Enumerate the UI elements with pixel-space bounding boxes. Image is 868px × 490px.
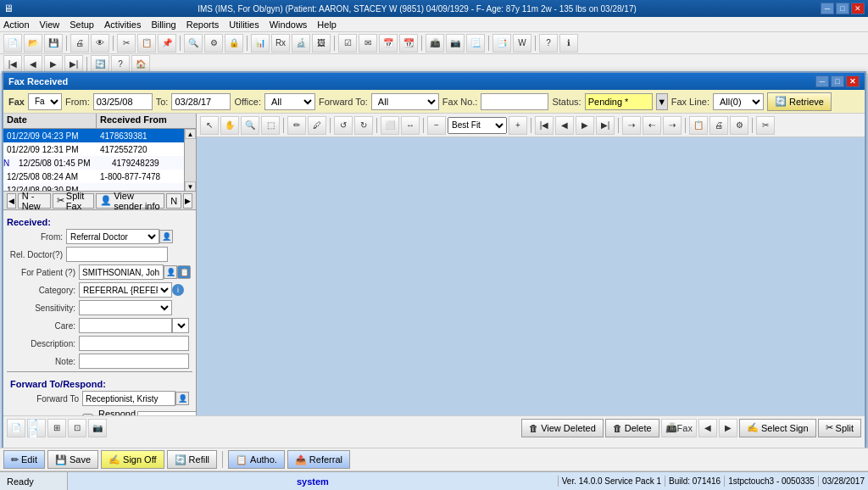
fb-multi-btn[interactable]: 📄📄 [27, 419, 46, 437]
category-info-btn[interactable]: i [172, 284, 184, 296]
care-input[interactable] [79, 318, 172, 333]
maximize-button[interactable]: □ [836, 3, 849, 14]
tb-msg-btn[interactable]: ✉ [359, 34, 377, 53]
viewer-nav3-btn[interactable]: ⇢ [663, 116, 682, 135]
fb-scan-btn[interactable]: 📷 [88, 419, 107, 437]
view-sender-button[interactable]: 👤 View sender info [96, 193, 164, 209]
list-prev-btn[interactable]: ◀ [7, 193, 16, 209]
note-input[interactable] [79, 354, 189, 369]
list-next-btn[interactable]: ▶ [183, 193, 192, 209]
tb-appt-btn[interactable]: 📆 [399, 34, 418, 53]
forward-to-lookup-btn[interactable]: 👤 [175, 392, 189, 405]
fax-row[interactable]: N 12/25/08 01:45 PM 4179248239 [3, 156, 184, 170]
tb-lab-btn[interactable]: 🔬 [292, 34, 310, 53]
nav-next2-btn[interactable]: ▶ [719, 419, 737, 437]
tb-filter-btn[interactable]: ⚙ [204, 34, 223, 53]
split-fax-button[interactable]: ✂ Split Fax [53, 193, 94, 209]
forward-to-select[interactable]: All [371, 93, 439, 110]
menu-reports[interactable]: Reports [186, 19, 220, 30]
from-lookup-btn[interactable]: 👤 [159, 230, 173, 243]
tb-fax-btn[interactable]: 📠 [426, 34, 444, 53]
scroll-down-btn[interactable]: ▼ [185, 181, 196, 192]
rel-doctor-input[interactable] [66, 247, 168, 262]
viewer-select-btn[interactable]: ↖ [200, 116, 219, 135]
status-dropdown-icon[interactable]: ▼ [656, 93, 668, 110]
tb-info-btn[interactable]: ℹ [559, 34, 578, 53]
flag-n-button[interactable]: N [166, 193, 181, 209]
from-select[interactable]: Referral Doctor [66, 229, 159, 244]
autho-button[interactable]: 📋 Autho. [228, 450, 285, 469]
menu-billing[interactable]: Billing [151, 19, 175, 30]
office-select[interactable]: All [264, 93, 315, 110]
menu-action[interactable]: Action [3, 19, 30, 30]
viewer-zoom-area-btn[interactable]: ⬚ [261, 116, 280, 135]
close-button[interactable]: ✕ [851, 3, 865, 14]
tb-cal-btn[interactable]: 📅 [379, 34, 398, 53]
new-fax-button[interactable]: N - New [18, 193, 51, 209]
to-date-input[interactable] [171, 93, 231, 110]
viewer-props-btn[interactable]: ⚙ [730, 116, 748, 135]
tb-find-btn[interactable]: 🔍 [184, 34, 203, 53]
viewer-fit-page-btn[interactable]: ⬜ [381, 116, 399, 135]
tb-lock-btn[interactable]: 🔒 [225, 34, 243, 53]
tb-preview-btn[interactable]: 👁 [91, 34, 109, 53]
minimize-button[interactable]: ─ [821, 3, 834, 14]
split-button[interactable]: ✂ Split [818, 419, 861, 437]
viewer-rotate-left-btn[interactable]: ↺ [334, 116, 353, 135]
tb-copy-btn[interactable]: 📋 [137, 34, 156, 53]
fb-page-btn[interactable]: 📄 [7, 419, 25, 437]
tb-doc-btn[interactable]: 📃 [466, 34, 485, 53]
menu-activities[interactable]: Activities [104, 19, 141, 30]
viewer-fit-width-btn[interactable]: ↔ [401, 116, 420, 135]
tb-rx-btn[interactable]: Rx [271, 34, 290, 53]
tb-save-btn[interactable]: 💾 [44, 34, 63, 53]
patient-info-btn[interactable]: 📋 [177, 265, 191, 279]
fax-row[interactable]: 01/22/09 04:23 PM 4178639381 [3, 129, 184, 142]
viewer-rotate-right-btn[interactable]: ↻ [354, 116, 373, 135]
refill-button[interactable]: 🔄 Refill [167, 450, 217, 469]
list-scrollbar[interactable]: ▲ ▼ [184, 129, 196, 192]
nav-prev2-btn[interactable]: ◀ [698, 419, 717, 437]
edit-button[interactable]: ✏ Edit [3, 450, 45, 469]
tb-report-btn[interactable]: 📑 [492, 34, 511, 53]
viewer-first-page-btn[interactable]: |◀ [535, 116, 554, 135]
forward-to-input[interactable] [82, 391, 175, 406]
viewer-last-page-btn[interactable]: ▶| [596, 116, 615, 135]
viewer-highlight-btn[interactable]: 🖊 [308, 116, 326, 135]
viewer-next-page-btn[interactable]: ▶ [576, 116, 594, 135]
category-select[interactable]: REFERRAL {REFERRALS} [79, 282, 172, 298]
scroll-up-btn[interactable]: ▲ [185, 129, 196, 139]
viewer-zoom-out-btn[interactable]: − [427, 116, 446, 135]
viewer-zoom-btn[interactable]: 🔍 [241, 116, 259, 135]
save-button[interactable]: 💾 Save [47, 450, 98, 469]
menu-utilities[interactable]: Utilities [229, 19, 259, 30]
tb-chart-btn[interactable]: 📊 [251, 34, 270, 53]
tb-task-btn[interactable]: ☑ [338, 34, 357, 53]
view-deleted-button[interactable]: 🗑 View Deleted [521, 419, 604, 437]
for-patient-input[interactable] [79, 264, 164, 280]
tb-new-btn[interactable]: 📄 [3, 34, 22, 53]
fax-line-select[interactable]: All(0) [713, 93, 764, 110]
delete-button[interactable]: 🗑 Delete [605, 419, 659, 437]
fax-send-btn[interactable]: 📠 Fax [661, 419, 697, 437]
tb-img-btn[interactable]: 🖼 [312, 34, 331, 53]
fax-row[interactable]: 12/25/08 08:24 AM 1-800-877-7478 [3, 170, 184, 183]
description-input[interactable] [79, 336, 189, 351]
fax-row[interactable]: 01/22/09 12:31 PM 4172552720 [3, 142, 184, 156]
viewer-print-btn[interactable]: 🖨 [709, 116, 728, 135]
menu-help[interactable]: Help [317, 19, 337, 30]
fax-minimize-btn[interactable]: ─ [815, 75, 829, 87]
menu-windows[interactable]: Windows [270, 19, 308, 30]
sensitivity-select[interactable] [79, 300, 172, 315]
tb-scan-btn[interactable]: 📷 [446, 34, 465, 53]
tb-open-btn[interactable]: 📂 [24, 34, 42, 53]
viewer-hand-btn[interactable]: ✋ [220, 116, 239, 135]
fb-full-btn[interactable]: ⊡ [68, 419, 86, 437]
tb-print-btn[interactable]: 🖨 [70, 34, 89, 53]
fax-type-select[interactable]: Fax [28, 93, 62, 110]
tb-cut-btn[interactable]: ✂ [117, 34, 136, 53]
fax-close-btn[interactable]: ✕ [846, 75, 860, 87]
select-sign-button[interactable]: ✍ Select Sign [739, 419, 816, 437]
retrieve-button[interactable]: 🔄 Retrieve [767, 92, 832, 111]
viewer-nav2-btn[interactable]: ⇠ [643, 116, 661, 135]
